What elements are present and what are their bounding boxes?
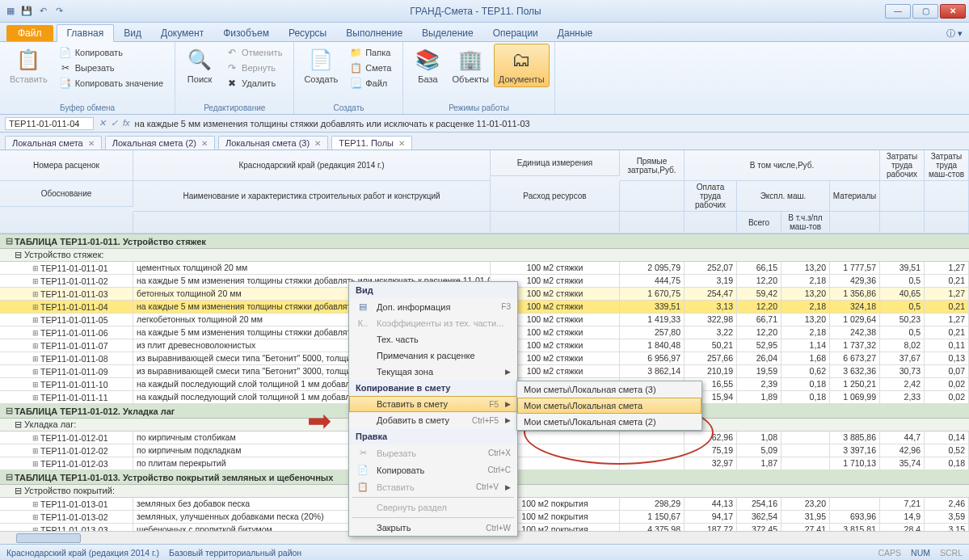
- document-tabs: Локальная смета✕ Локальная смета (2)✕ Ло…: [0, 133, 969, 150]
- ribbon-body: 📋 Вставить 📄Копировать ✂Вырезать 📑Копиро…: [0, 42, 969, 115]
- file-tab[interactable]: Файл: [6, 25, 53, 41]
- file-button[interactable]: 📃Файл: [346, 76, 394, 91]
- ctx-insert[interactable]: Вставить в сметуF5▶ Мои сметы\Локальная …: [349, 396, 517, 412]
- delete-button[interactable]: ✖Удалить: [222, 76, 285, 91]
- close-tab-icon[interactable]: ✕: [398, 139, 405, 148]
- ribbon-tab-data[interactable]: Данные: [548, 25, 602, 41]
- accept-formula-icon[interactable]: ✓: [111, 118, 118, 128]
- ribbon-tab-volume[interactable]: Физобъем: [213, 25, 279, 41]
- cut-icon: ✂: [356, 448, 370, 458]
- ctx-notes[interactable]: Примечания к расценке: [349, 347, 517, 364]
- ribbon-tab-selection[interactable]: Выделение: [412, 25, 483, 41]
- copy-value-icon: 📑: [59, 77, 72, 90]
- create-icon: 📄: [308, 47, 334, 73]
- ctx-close[interactable]: ЗакрытьCtrl+W: [349, 520, 517, 536]
- copy-icon: 📄: [59, 46, 72, 59]
- cancel-formula-icon[interactable]: ✕: [99, 118, 106, 128]
- cut-button[interactable]: ✂Вырезать: [56, 61, 166, 75]
- fx-icon[interactable]: fx: [123, 118, 130, 128]
- titlebar: ▦ 💾 ↶ ↷ ГРАНД-Смета - ТЕР11. Полы — ▢ ✕: [0, 0, 969, 23]
- doc-tab-0[interactable]: Локальная смета✕: [5, 136, 102, 149]
- objects-button[interactable]: 🏢Объекты: [447, 44, 493, 87]
- context-menu[interactable]: Вид ▤Доп. информацияF3 К..Коэффициенты и…: [348, 281, 518, 537]
- documents-icon: 🗂: [508, 47, 534, 73]
- copy-value-button[interactable]: 📑Копировать значение: [56, 76, 166, 91]
- paste-icon: 📋: [15, 47, 41, 73]
- maximize-button[interactable]: ▢: [912, 4, 938, 19]
- ctx-tech-part[interactable]: Тех. часть: [349, 331, 517, 347]
- minimize-button[interactable]: —: [885, 4, 911, 19]
- window-title: ГРАНД-Смета - ТЕР11. Полы: [66, 6, 885, 17]
- copy-icon: 📄: [356, 465, 370, 475]
- ribbon-tab-main[interactable]: Главная: [57, 24, 115, 42]
- ribbon-tab-resources[interactable]: Ресурсы: [279, 25, 336, 41]
- search-icon: 🔍: [187, 47, 213, 73]
- ribbon-tab-execution[interactable]: Выполнение: [336, 25, 412, 41]
- ctx-copy[interactable]: 📄КопироватьCtrl+C: [349, 461, 517, 478]
- paste-icon: 📋: [356, 482, 370, 492]
- help-icon[interactable]: ⓘ ▾: [940, 26, 969, 41]
- folder-icon: 📁: [349, 46, 362, 59]
- formula-bar: ТЕР11-01-011-04 ✕ ✓ fx на каждые 5 мм из…: [0, 115, 969, 133]
- section-row[interactable]: ⊟ТАБЛИЦА ТЕР11-01-011. Устройство стяжек: [0, 234, 969, 249]
- base-button[interactable]: 📚База: [408, 44, 447, 87]
- status-caps: CAPS: [878, 548, 901, 558]
- folder-button[interactable]: 📁Папка: [346, 45, 394, 60]
- formula-text[interactable]: на каждые 5 мм изменения толщины стяжки …: [135, 119, 530, 128]
- qat-save-icon[interactable]: 💾: [19, 4, 34, 19]
- ctx-collapse[interactable]: Свернуть раздел: [349, 499, 517, 516]
- ctx-coeff: К..Коэффициенты из тех. части...: [349, 315, 517, 331]
- undo-icon: ↶: [225, 46, 238, 59]
- status-region: Краснодарский край (редакция 2014 г.): [6, 548, 159, 558]
- ctx-cut[interactable]: ✂ВырезатьCtrl+X: [349, 444, 517, 461]
- documents-button[interactable]: 🗂Документы: [494, 44, 550, 87]
- statusbar: Краснодарский край (редакция 2014 г.) Ба…: [0, 544, 969, 560]
- ribbon-tab-operations[interactable]: Операции: [483, 25, 548, 41]
- app-icon: ▦: [3, 4, 18, 19]
- ribbon-tab-view[interactable]: Вид: [114, 25, 151, 41]
- copy-button[interactable]: 📄Копировать: [56, 45, 166, 60]
- cell-reference[interactable]: ТЕР11-01-011-04: [5, 117, 94, 130]
- qat-redo-icon[interactable]: ↷: [52, 4, 66, 19]
- redo-button[interactable]: ↷Вернуть: [222, 61, 285, 75]
- estimate-button[interactable]: 📋Смета: [346, 61, 394, 75]
- redo-icon: ↷: [225, 61, 238, 74]
- find-button[interactable]: 🔍 Поиск: [180, 44, 219, 87]
- close-tab-icon[interactable]: ✕: [314, 139, 321, 148]
- doc-tab-2[interactable]: Локальная смета (3)✕: [218, 136, 328, 149]
- info-icon: ▤: [356, 301, 370, 312]
- ctx-zone[interactable]: Текущая зона▶: [349, 364, 517, 380]
- close-tab-icon[interactable]: ✕: [88, 139, 95, 148]
- ctx-dop-info[interactable]: ▤Доп. информацияF3: [349, 298, 517, 315]
- annotation-arrow: ➡: [307, 404, 331, 438]
- table-header: Номера расценок Краснодарский край (реда…: [0, 150, 969, 234]
- ribbon-tabs: Файл Главная Вид Документ Физобъем Ресур…: [0, 23, 969, 42]
- ctx-add[interactable]: Добавить в сметуCtrl+F5▶: [349, 412, 517, 428]
- delete-icon: ✖: [225, 77, 238, 90]
- ribbon-tab-document[interactable]: Документ: [151, 25, 213, 41]
- objects-icon: 🏢: [457, 47, 483, 73]
- create-button[interactable]: 📄 Создать: [299, 44, 343, 87]
- qat-undo-icon[interactable]: ↶: [36, 4, 50, 19]
- submenu-item-0[interactable]: Мои сметы\Локальная смета (3): [517, 381, 701, 398]
- paste-button[interactable]: 📋 Вставить: [5, 44, 53, 87]
- status-scrl: SCRL: [940, 548, 963, 558]
- submenu-item-1[interactable]: Мои сметы\Локальная смета: [517, 398, 701, 414]
- estimate-icon: 📋: [349, 61, 362, 74]
- submenu[interactable]: Мои сметы\Локальная смета (3) Мои сметы\…: [516, 381, 702, 431]
- scrollbar-thumb[interactable]: [16, 533, 81, 543]
- status-area: Базовый территориальный район: [169, 548, 301, 558]
- doc-tab-3[interactable]: ТЕР11. Полы✕: [331, 136, 412, 149]
- doc-tab-1[interactable]: Локальная смета (2)✕: [105, 136, 215, 149]
- cut-icon: ✂: [59, 61, 72, 74]
- close-tab-icon[interactable]: ✕: [201, 139, 208, 148]
- undo-button[interactable]: ↶Отменить: [222, 45, 285, 60]
- close-button[interactable]: ✕: [940, 4, 966, 19]
- base-icon: 📚: [415, 47, 440, 73]
- submenu-item-2[interactable]: Мои сметы\Локальная смета (2): [517, 414, 701, 430]
- sub-row[interactable]: ⊟ Устройство стяжек:: [0, 249, 969, 262]
- ctx-paste[interactable]: 📋ВставитьCtrl+V▶: [349, 478, 517, 495]
- status-num: NUM: [911, 548, 930, 558]
- table-row[interactable]: ⊞ ТЕР11-01-011-01цементных толщиной 20 м…: [0, 262, 969, 275]
- file-icon: 📃: [349, 77, 362, 90]
